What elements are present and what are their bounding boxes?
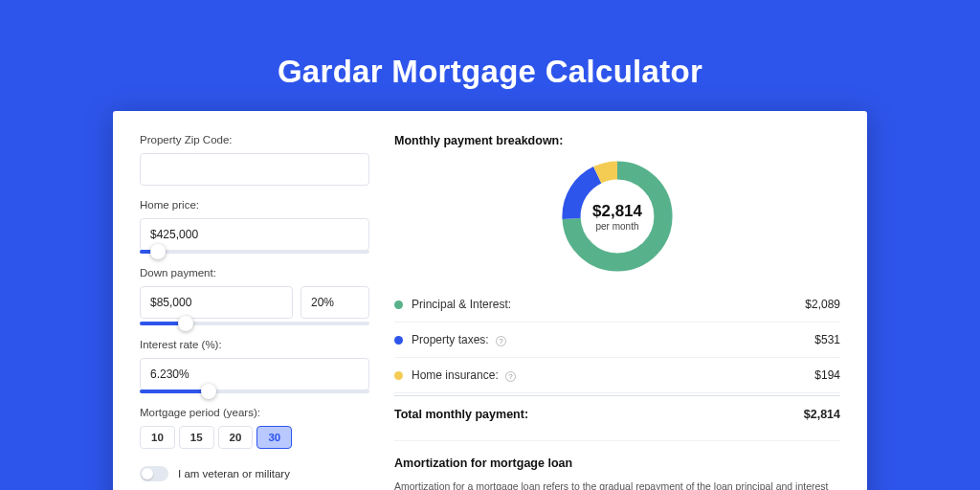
field-interest-rate: Interest rate (%): xyxy=(140,339,369,393)
field-down-payment: Down payment: xyxy=(140,267,369,325)
donut-chart-wrap: $2,814 per month xyxy=(394,159,840,274)
mortgage-period-label: Mortgage period (years): xyxy=(140,407,369,418)
info-icon[interactable]: ? xyxy=(496,336,506,346)
total-row: Total monthly payment: $2,814 xyxy=(394,395,840,421)
legend-home-insurance: Home insurance: ? $194 xyxy=(394,358,840,393)
input-panel: Property Zip Code: Home price: Down paym… xyxy=(140,134,369,490)
info-icon[interactable]: ? xyxy=(505,371,516,382)
legend-property-taxes: Property taxes: ? $531 xyxy=(394,323,840,358)
page-title: Gardar Mortgage Calculator xyxy=(0,0,980,90)
field-mortgage-period: Mortgage period (years): 10 15 20 30 xyxy=(140,407,369,449)
slider-thumb[interactable] xyxy=(150,244,166,259)
down-payment-amount-input[interactable] xyxy=(140,286,293,319)
donut-chart: $2,814 per month xyxy=(560,159,675,274)
down-payment-label: Down payment: xyxy=(140,267,369,278)
zip-input[interactable] xyxy=(140,153,369,186)
total-value: $2,814 xyxy=(804,408,840,421)
breakdown-heading: Monthly payment breakdown: xyxy=(394,134,840,147)
interest-rate-label: Interest rate (%): xyxy=(140,339,369,350)
legend-dot-icon xyxy=(394,336,403,345)
slider-thumb[interactable] xyxy=(201,384,216,399)
donut-center-sub: per month xyxy=(595,221,638,232)
legend-dot-icon xyxy=(394,301,403,309)
amortization-section: Amortization for mortgage loan Amortizat… xyxy=(394,440,840,490)
legend-value: $531 xyxy=(814,333,840,346)
period-option-30[interactable]: 30 xyxy=(256,426,292,449)
period-option-15[interactable]: 15 xyxy=(179,426,214,449)
legend-label-text: Property taxes: xyxy=(412,333,489,346)
amortization-heading: Amortization for mortgage loan xyxy=(394,457,840,470)
interest-rate-input[interactable] xyxy=(140,358,369,390)
home-price-slider[interactable] xyxy=(140,250,369,254)
legend-label: Home insurance: ? xyxy=(412,368,814,382)
veteran-row: I am veteran or military xyxy=(140,466,369,481)
slider-thumb[interactable] xyxy=(178,316,193,331)
zip-label: Property Zip Code: xyxy=(140,134,369,145)
legend-value: $194 xyxy=(814,368,840,382)
amortization-body: Amortization for a mortgage loan refers … xyxy=(394,479,840,490)
veteran-toggle[interactable] xyxy=(140,466,168,481)
period-option-10[interactable]: 10 xyxy=(140,426,175,449)
field-home-price: Home price: xyxy=(140,199,369,254)
down-payment-slider[interactable] xyxy=(140,322,369,325)
legend-value: $2,089 xyxy=(805,298,840,311)
field-zip: Property Zip Code: xyxy=(140,134,369,186)
home-price-input[interactable] xyxy=(140,218,369,251)
home-price-label: Home price: xyxy=(140,199,369,211)
legend-label: Principal & Interest: xyxy=(412,298,805,311)
calculator-card: Property Zip Code: Home price: Down paym… xyxy=(113,111,867,490)
down-payment-pct-input[interactable] xyxy=(301,286,369,319)
legend-label: Property taxes: ? xyxy=(412,333,814,346)
total-label: Total monthly payment: xyxy=(394,408,804,421)
legend-dot-icon xyxy=(394,371,403,380)
legend-label-text: Home insurance: xyxy=(412,368,499,382)
legend-principal-interest: Principal & Interest: $2,089 xyxy=(394,287,840,323)
period-options: 10 15 20 30 xyxy=(140,426,369,449)
donut-center-amount: $2,814 xyxy=(592,202,642,221)
breakdown-panel: Monthly payment breakdown: $2,814 per mo… xyxy=(394,134,840,490)
period-option-20[interactable]: 20 xyxy=(218,426,254,449)
veteran-label: I am veteran or military xyxy=(178,468,290,479)
interest-rate-slider[interactable] xyxy=(140,390,369,393)
